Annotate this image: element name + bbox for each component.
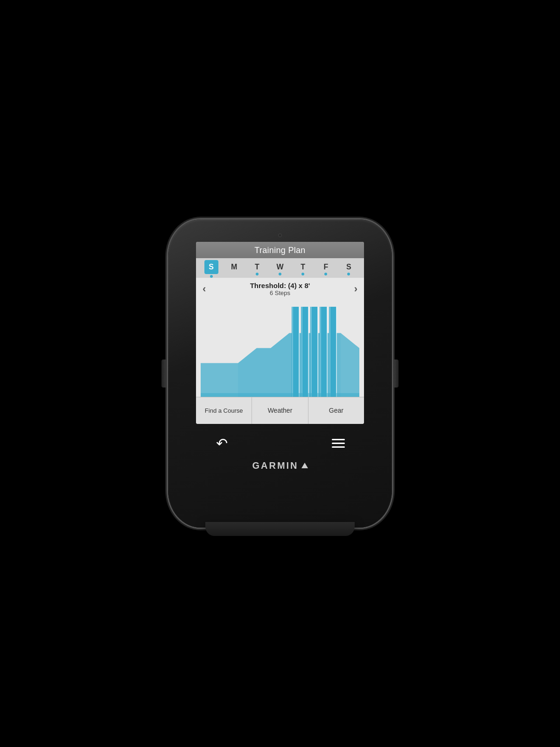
workout-title: Threshold: (4) x 8' [211,282,348,289]
device-controls: ↶ [201,431,359,455]
side-button-right[interactable] [394,359,399,388]
device-screen: Training Plan S M T W [196,242,364,424]
day-dot-friday [324,273,327,275]
day-selector[interactable]: S M T W T [196,258,364,278]
svg-rect-7 [292,307,293,397]
find-course-button[interactable]: Find a Course [196,397,252,424]
day-wednesday[interactable]: W [271,262,289,275]
menu-icon [332,439,345,448]
svg-rect-11 [311,307,312,397]
svg-marker-5 [341,333,359,397]
workout-steps: 6 Steps [211,289,348,296]
day-dot-monday [233,273,236,275]
day-thursday[interactable]: T [294,262,312,275]
day-dot-tuesday [256,273,259,275]
svg-rect-15 [329,307,330,397]
workout-row: ‹ Threshold: (4) x 8' 6 Steps › [196,278,364,297]
side-button-left[interactable] [161,359,166,388]
next-workout-button[interactable]: › [352,283,359,295]
chart-svg [201,299,359,397]
day-dot-wednesday [279,273,281,275]
svg-rect-2 [257,348,271,397]
garmin-triangle-icon [301,463,308,468]
workout-chart [196,297,364,397]
menu-line-1 [332,439,345,440]
svg-rect-21 [201,393,359,397]
back-button[interactable]: ↶ [210,431,233,455]
camera-dot [278,233,282,237]
day-sunday[interactable]: S [202,260,221,278]
day-dot-saturday [347,273,350,275]
svg-rect-13 [320,307,321,397]
svg-rect-0 [201,363,238,397]
svg-marker-1 [238,348,257,397]
day-saturday[interactable]: S [339,262,358,275]
day-dot-thursday [301,273,304,275]
menu-line-2 [332,443,345,444]
back-icon: ↶ [216,435,228,451]
garmin-logo: GARMIN [252,460,308,471]
garmin-brand-text: GARMIN [252,460,298,471]
screen-bottom-buttons: Find a Course Weather Gear [196,397,364,424]
screen-title: Training Plan [196,242,364,258]
svg-marker-3 [271,333,289,397]
day-monday[interactable]: M [225,262,244,275]
prev-workout-button[interactable]: ‹ [201,283,208,295]
device-bottom-bumper [205,522,355,536]
svg-rect-9 [301,307,302,397]
day-friday[interactable]: F [316,262,335,275]
garmin-device: Training Plan S M T W [168,219,392,528]
device-wrapper: Training Plan S M T W [159,210,401,537]
menu-line-3 [332,446,345,448]
gear-button[interactable]: Gear [308,397,364,424]
weather-button[interactable]: Weather [252,397,308,424]
menu-button[interactable] [327,431,350,455]
day-tuesday[interactable]: T [248,262,266,275]
workout-info: Threshold: (4) x 8' 6 Steps [211,282,348,296]
